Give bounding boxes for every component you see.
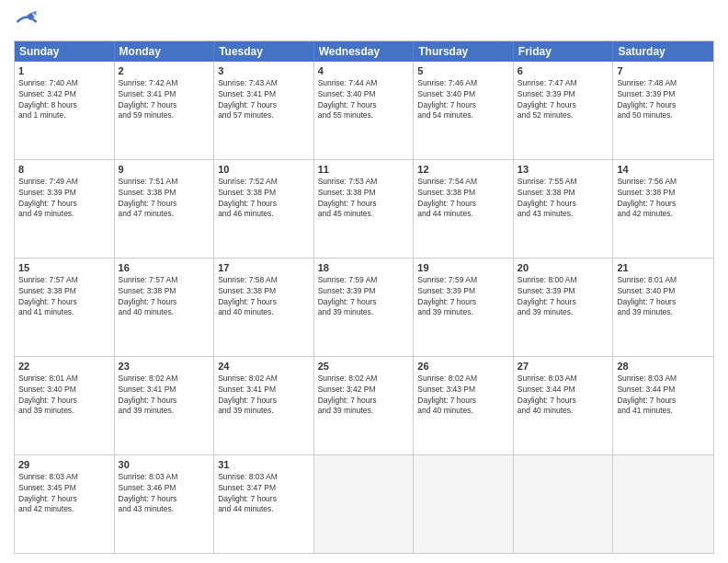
day-number: 27 — [518, 360, 609, 373]
calendar-cell: 13Sunrise: 7:55 AM Sunset: 3:38 PM Dayli… — [514, 160, 614, 258]
day-number: 6 — [518, 64, 609, 77]
header-day-thursday: Thursday — [414, 41, 514, 62]
day-info: Sunrise: 7:47 AM Sunset: 3:39 PM Dayligh… — [518, 78, 577, 120]
calendar-row-1: 1Sunrise: 7:40 AM Sunset: 3:42 PM Daylig… — [15, 62, 713, 159]
day-number: 13 — [518, 163, 609, 176]
day-info: Sunrise: 7:42 AM Sunset: 3:41 PM Dayligh… — [119, 78, 178, 120]
calendar-cell: 2Sunrise: 7:42 AM Sunset: 3:41 PM Daylig… — [115, 62, 215, 159]
day-info: Sunrise: 7:57 AM Sunset: 3:38 PM Dayligh… — [119, 275, 178, 316]
day-number: 22 — [18, 360, 110, 373]
day-number: 18 — [318, 261, 410, 274]
day-number: 5 — [417, 64, 509, 77]
day-info: Sunrise: 7:56 AM Sunset: 3:38 PM Dayligh… — [617, 177, 677, 218]
calendar-cell: 26Sunrise: 8:02 AM Sunset: 3:43 PM Dayli… — [414, 357, 514, 454]
day-info: Sunrise: 7:59 AM Sunset: 3:39 PM Dayligh… — [318, 275, 378, 316]
day-number: 11 — [318, 163, 410, 176]
day-info: Sunrise: 8:03 AM Sunset: 3:44 PM Dayligh… — [617, 373, 677, 415]
calendar-cell: 7Sunrise: 7:48 AM Sunset: 3:39 PM Daylig… — [613, 62, 713, 159]
calendar-cell: 6Sunrise: 7:47 AM Sunset: 3:39 PM Daylig… — [514, 62, 614, 159]
day-number: 19 — [417, 261, 509, 274]
day-info: Sunrise: 7:53 AM Sunset: 3:38 PM Dayligh… — [318, 177, 378, 218]
calendar-cell: 12Sunrise: 7:54 AM Sunset: 3:38 PM Dayli… — [414, 160, 514, 258]
header-day-sunday: Sunday — [15, 41, 115, 62]
header-day-friday: Friday — [514, 41, 614, 62]
day-info: Sunrise: 8:02 AM Sunset: 3:43 PM Dayligh… — [417, 373, 477, 415]
day-number: 9 — [119, 163, 210, 176]
day-info: Sunrise: 8:01 AM Sunset: 3:40 PM Dayligh… — [18, 373, 78, 415]
calendar-cell — [414, 455, 514, 553]
calendar-cell: 30Sunrise: 8:03 AM Sunset: 3:46 PM Dayli… — [115, 455, 215, 553]
day-number: 10 — [218, 163, 310, 176]
day-info: Sunrise: 7:57 AM Sunset: 3:38 PM Dayligh… — [18, 275, 78, 316]
header-day-monday: Monday — [115, 41, 215, 62]
day-info: Sunrise: 8:02 AM Sunset: 3:41 PM Dayligh… — [119, 373, 178, 415]
calendar-row-4: 22Sunrise: 8:01 AM Sunset: 3:40 PM Dayli… — [15, 356, 713, 454]
day-info: Sunrise: 8:00 AM Sunset: 3:39 PM Dayligh… — [518, 275, 577, 316]
day-info: Sunrise: 7:54 AM Sunset: 3:38 PM Dayligh… — [417, 177, 477, 218]
page: SundayMondayTuesdayWednesdayThursdayFrid… — [0, 0, 728, 563]
calendar-cell: 29Sunrise: 8:03 AM Sunset: 3:45 PM Dayli… — [15, 455, 115, 553]
calendar-cell: 8Sunrise: 7:49 AM Sunset: 3:39 PM Daylig… — [15, 160, 115, 258]
header-day-tuesday: Tuesday — [214, 41, 314, 62]
calendar-cell: 22Sunrise: 8:01 AM Sunset: 3:40 PM Dayli… — [15, 357, 115, 454]
calendar-cell: 19Sunrise: 7:59 AM Sunset: 3:39 PM Dayli… — [414, 259, 514, 356]
day-number: 26 — [417, 360, 509, 373]
calendar-cell: 15Sunrise: 7:57 AM Sunset: 3:38 PM Dayli… — [15, 259, 115, 356]
calendar-cell — [613, 455, 713, 553]
day-number: 17 — [218, 261, 310, 274]
day-number: 31 — [218, 458, 310, 471]
calendar-cell: 9Sunrise: 7:51 AM Sunset: 3:38 PM Daylig… — [115, 160, 215, 258]
calendar-cell — [314, 455, 415, 553]
day-info: Sunrise: 8:03 AM Sunset: 3:46 PM Dayligh… — [119, 472, 178, 513]
day-number: 12 — [417, 163, 509, 176]
header-day-saturday: Saturday — [613, 41, 713, 62]
day-info: Sunrise: 7:43 AM Sunset: 3:41 PM Dayligh… — [218, 78, 278, 120]
calendar-row-3: 15Sunrise: 7:57 AM Sunset: 3:38 PM Dayli… — [15, 258, 713, 356]
day-info: Sunrise: 8:03 AM Sunset: 3:47 PM Dayligh… — [218, 472, 278, 513]
calendar-cell: 24Sunrise: 8:02 AM Sunset: 3:41 PM Dayli… — [214, 357, 314, 454]
calendar-cell — [514, 455, 614, 553]
day-info: Sunrise: 7:40 AM Sunset: 3:42 PM Dayligh… — [18, 78, 78, 120]
calendar: SundayMondayTuesdayWednesdayThursdayFrid… — [14, 40, 714, 554]
day-number: 7 — [617, 64, 710, 77]
calendar-cell: 14Sunrise: 7:56 AM Sunset: 3:38 PM Dayli… — [613, 160, 713, 258]
day-number: 25 — [318, 360, 410, 373]
day-number: 29 — [18, 458, 110, 471]
calendar-cell: 4Sunrise: 7:44 AM Sunset: 3:40 PM Daylig… — [314, 62, 415, 159]
day-number: 30 — [119, 458, 210, 471]
calendar-cell: 16Sunrise: 7:57 AM Sunset: 3:38 PM Dayli… — [115, 259, 215, 356]
calendar-cell: 17Sunrise: 7:58 AM Sunset: 3:38 PM Dayli… — [214, 259, 314, 356]
day-number: 15 — [18, 261, 110, 274]
day-info: Sunrise: 8:03 AM Sunset: 3:44 PM Dayligh… — [518, 373, 577, 415]
header-day-wednesday: Wednesday — [314, 41, 415, 62]
calendar-row-5: 29Sunrise: 8:03 AM Sunset: 3:45 PM Dayli… — [15, 454, 713, 553]
day-number: 24 — [218, 360, 310, 373]
day-number: 21 — [617, 261, 710, 274]
day-number: 20 — [518, 261, 609, 274]
day-info: Sunrise: 7:59 AM Sunset: 3:39 PM Dayligh… — [417, 275, 477, 316]
day-number: 1 — [18, 64, 110, 77]
day-number: 23 — [119, 360, 210, 373]
day-number: 4 — [318, 64, 410, 77]
day-number: 3 — [218, 64, 310, 77]
calendar-cell: 11Sunrise: 7:53 AM Sunset: 3:38 PM Dayli… — [314, 160, 415, 258]
logo-icon — [14, 9, 40, 35]
day-info: Sunrise: 7:48 AM Sunset: 3:39 PM Dayligh… — [617, 78, 677, 120]
logo — [14, 9, 43, 35]
day-info: Sunrise: 8:02 AM Sunset: 3:42 PM Dayligh… — [318, 373, 378, 415]
day-info: Sunrise: 7:44 AM Sunset: 3:40 PM Dayligh… — [318, 78, 378, 120]
day-number: 28 — [617, 360, 710, 373]
day-number: 16 — [119, 261, 210, 274]
day-info: Sunrise: 8:01 AM Sunset: 3:40 PM Dayligh… — [617, 275, 677, 316]
calendar-cell: 10Sunrise: 7:52 AM Sunset: 3:38 PM Dayli… — [214, 160, 314, 258]
day-info: Sunrise: 7:55 AM Sunset: 3:38 PM Dayligh… — [518, 177, 577, 218]
calendar-cell: 18Sunrise: 7:59 AM Sunset: 3:39 PM Dayli… — [314, 259, 415, 356]
calendar-cell: 1Sunrise: 7:40 AM Sunset: 3:42 PM Daylig… — [15, 62, 115, 159]
calendar-cell: 21Sunrise: 8:01 AM Sunset: 3:40 PM Dayli… — [613, 259, 713, 356]
calendar-cell: 31Sunrise: 8:03 AM Sunset: 3:47 PM Dayli… — [214, 455, 314, 553]
day-info: Sunrise: 7:52 AM Sunset: 3:38 PM Dayligh… — [218, 177, 278, 218]
calendar-cell: 23Sunrise: 8:02 AM Sunset: 3:41 PM Dayli… — [115, 357, 215, 454]
day-info: Sunrise: 7:58 AM Sunset: 3:38 PM Dayligh… — [218, 275, 278, 316]
day-number: 14 — [617, 163, 710, 176]
day-info: Sunrise: 7:51 AM Sunset: 3:38 PM Dayligh… — [119, 177, 178, 218]
